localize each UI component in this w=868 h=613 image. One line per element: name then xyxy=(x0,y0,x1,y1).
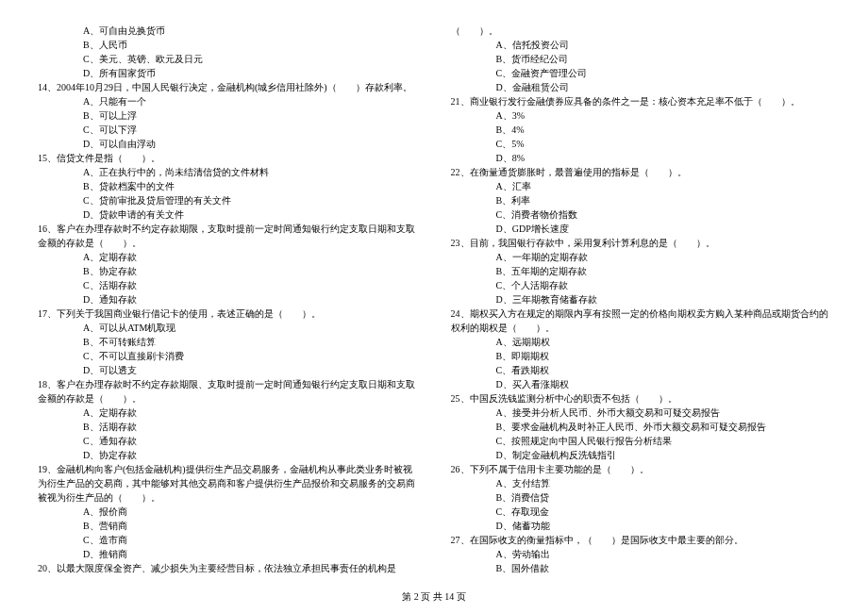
option: D、贷款申请的有关文件 xyxy=(83,207,418,222)
option: C、个人活期存款 xyxy=(496,278,831,292)
q21-options: A、3% B、4% C、5% D、8% xyxy=(451,108,831,165)
option: B、不可转账结算 xyxy=(83,335,418,349)
q13-options: A、可自由兑换货币 B、人民币 C、美元、英镑、欧元及日元 D、所有国家货币 xyxy=(38,24,418,80)
left-column: A、可自由兑换货币 B、人民币 C、美元、英镑、欧元及日元 D、所有国家货币 1… xyxy=(38,24,418,575)
right-column: （ ）。 A、信托投资公司 B、货币经纪公司 C、金融资产管理公司 D、金融租赁… xyxy=(451,24,831,575)
option: D、推销商 xyxy=(83,547,418,561)
option: D、通知存款 xyxy=(83,292,418,306)
option: D、协定存款 xyxy=(83,448,418,462)
option: A、接受并分析人民币、外币大额交易和可疑交易报告 xyxy=(496,406,831,420)
option: B、可以上浮 xyxy=(83,108,418,123)
question-stem: 18、客户在办理存款时不约定存款期限、支取时提前一定时间通知银行约定支取日期和支… xyxy=(38,377,418,406)
q25: 25、中国反洗钱监测分析中心的职责不包括（ ）。 A、接受并分析人民币、外币大额… xyxy=(451,391,831,462)
option: B、五年期的定期存款 xyxy=(496,264,831,278)
option: C、造市商 xyxy=(83,533,418,547)
q20-cont: （ ）。 A、信托投资公司 B、货币经纪公司 C、金融资产管理公司 D、金融租赁… xyxy=(451,24,831,94)
option: C、消费者物价指数 xyxy=(496,207,831,222)
q14-options: A、只能有一个 B、可以上浮 C、可以下浮 D、可以自由浮动 xyxy=(38,94,418,151)
q20-options: A、信托投资公司 B、货币经纪公司 C、金融资产管理公司 D、金融租赁公司 xyxy=(451,38,831,94)
option: D、可以透支 xyxy=(83,363,418,377)
option: C、可以下浮 xyxy=(83,123,418,137)
question-stem-cont: （ ）。 xyxy=(451,24,831,38)
option: A、定期存款 xyxy=(83,406,418,420)
option: A、只能有一个 xyxy=(83,94,418,108)
option: D、买入看涨期权 xyxy=(496,377,831,391)
q23: 23、目前，我国银行存款中，采用复利计算利息的是（ ）。 A、一年期的定期存款 … xyxy=(451,236,831,306)
question-stem: 27、在国际收支的衡量指标中，（ ）是国际收支中最主要的部分。 xyxy=(451,533,831,547)
question-stem: 24、期权买入方在规定的期限内享有按照一定的价格向期权卖方购入某种商品或期货合约… xyxy=(451,306,831,335)
q17-options: A、可以从ATM机取现 B、不可转账结算 C、不可以直接刷卡消费 D、可以透支 xyxy=(38,321,418,377)
q18-options: A、定期存款 B、活期存款 C、通知存款 D、协定存款 xyxy=(38,406,418,462)
option: A、定期存款 xyxy=(83,250,418,264)
q19-options: A、报价商 B、营销商 C、造市商 D、推销商 xyxy=(38,505,418,561)
option: D、所有国家货币 xyxy=(83,66,418,80)
option: A、可以从ATM机取现 xyxy=(83,321,418,335)
question-stem: 22、在衡量通货膨胀时，最普遍使用的指标是（ ）。 xyxy=(451,165,831,179)
question-stem: 25、中国反洗钱监测分析中心的职责不包括（ ）。 xyxy=(451,391,831,406)
option: B、要求金融机构及时补正人民币、外币大额交易和可疑交易报告 xyxy=(496,420,831,434)
option: C、活期存款 xyxy=(83,278,418,292)
option: A、汇率 xyxy=(496,179,831,193)
question-stem: 14、2004年10月29日，中国人民银行决定，金融机构(城乡信用社除外)（ ）… xyxy=(38,80,418,94)
question-stem: 16、客户在办理存款时不约定存款期限，支取时提前一定时间通知银行约定支取日期和支… xyxy=(38,222,418,250)
q27-options: A、劳动输出 B、国外借款 xyxy=(451,547,831,575)
q19: 19、金融机构向客户(包括金融机构)提供衍生产品交易服务，金融机构从事此类业务时… xyxy=(38,462,418,561)
q24: 24、期权买入方在规定的期限内享有按照一定的价格向期权卖方购入某种商品或期货合约… xyxy=(451,306,831,391)
option: B、营销商 xyxy=(83,519,418,533)
option: A、远期期权 xyxy=(496,335,831,349)
option: B、活期存款 xyxy=(83,420,418,434)
question-stem: 21、商业银行发行金融债券应具备的条件之一是：核心资本充足率不低于（ ）。 xyxy=(451,94,831,108)
q21: 21、商业银行发行金融债券应具备的条件之一是：核心资本充足率不低于（ ）。 A、… xyxy=(451,94,831,165)
page-footer: 第 2 页 共 14 页 xyxy=(38,589,830,604)
option: C、5% xyxy=(496,137,831,151)
option: A、劳动输出 xyxy=(496,547,831,561)
option: B、利率 xyxy=(496,193,831,207)
question-stem: 20、以最大限度保全资产、减少损失为主要经营目标，依法独立承担民事责任的机构是 xyxy=(38,561,418,575)
option: A、一年期的定期存款 xyxy=(496,250,831,264)
option: B、协定存款 xyxy=(83,264,418,278)
option: D、储蓄功能 xyxy=(496,519,831,533)
q20: 20、以最大限度保全资产、减少损失为主要经营目标，依法独立承担民事责任的机构是 xyxy=(38,561,418,575)
q22: 22、在衡量通货膨胀时，最普遍使用的指标是（ ）。 A、汇率 B、利率 C、消费… xyxy=(451,165,831,236)
question-stem: 17、下列关于我国商业银行借记卡的使用，表述正确的是（ ）。 xyxy=(38,306,418,321)
two-column-layout: A、可自由兑换货币 B、人民币 C、美元、英镑、欧元及日元 D、所有国家货币 1… xyxy=(38,24,830,575)
option: A、信托投资公司 xyxy=(496,38,831,52)
option: B、货币经纪公司 xyxy=(496,52,831,66)
question-stem: 19、金融机构向客户(包括金融机构)提供衍生产品交易服务，金融机构从事此类业务时… xyxy=(38,462,418,505)
option: C、按照规定向中国人民银行报告分析结果 xyxy=(496,434,831,448)
option: B、即期期权 xyxy=(496,349,831,363)
q26: 26、下列不属于信用卡主要功能的是（ ）。 A、支付结算 B、消费信贷 C、存取… xyxy=(451,462,831,533)
q23-options: A、一年期的定期存款 B、五年期的定期存款 C、个人活期存款 D、三年期教育储蓄… xyxy=(451,250,831,306)
q16: 16、客户在办理存款时不约定存款期限，支取时提前一定时间通知银行约定支取日期和支… xyxy=(38,222,418,306)
option: A、正在执行中的，尚未结清信贷的文件材料 xyxy=(83,165,418,179)
option: A、支付结算 xyxy=(496,476,831,490)
question-stem: 23、目前，我国银行存款中，采用复利计算利息的是（ ）。 xyxy=(451,236,831,250)
q24-options: A、远期期权 B、即期期权 C、看跌期权 D、买入看涨期权 xyxy=(451,335,831,391)
q17: 17、下列关于我国商业银行借记卡的使用，表述正确的是（ ）。 A、可以从ATM机… xyxy=(38,306,418,377)
option: B、4% xyxy=(496,123,831,137)
q22-options: A、汇率 B、利率 C、消费者物价指数 D、GDP增长速度 xyxy=(451,179,831,236)
option: D、制定金融机构反洗钱指引 xyxy=(496,448,831,462)
q16-options: A、定期存款 B、协定存款 C、活期存款 D、通知存款 xyxy=(38,250,418,306)
q14: 14、2004年10月29日，中国人民银行决定，金融机构(城乡信用社除外)（ ）… xyxy=(38,80,418,151)
option: A、3% xyxy=(496,108,831,123)
option: C、不可以直接刷卡消费 xyxy=(83,349,418,363)
option: C、通知存款 xyxy=(83,434,418,448)
q15-options: A、正在执行中的，尚未结清信贷的文件材料 B、贷款档案中的文件 C、贷前审批及贷… xyxy=(38,165,418,222)
option: A、可自由兑换货币 xyxy=(83,24,418,38)
option: D、金融租赁公司 xyxy=(496,80,831,94)
option: C、看跌期权 xyxy=(496,363,831,377)
question-stem: 26、下列不属于信用卡主要功能的是（ ）。 xyxy=(451,462,831,476)
q15: 15、信贷文件是指（ ）。 A、正在执行中的，尚未结清信贷的文件材料 B、贷款档… xyxy=(38,151,418,222)
option: B、贷款档案中的文件 xyxy=(83,179,418,193)
option: B、国外借款 xyxy=(496,561,831,575)
q27: 27、在国际收支的衡量指标中，（ ）是国际收支中最主要的部分。 A、劳动输出 B… xyxy=(451,533,831,575)
question-stem: 15、信贷文件是指（ ）。 xyxy=(38,151,418,165)
option: C、美元、英镑、欧元及日元 xyxy=(83,52,418,66)
q25-options: A、接受并分析人民币、外币大额交易和可疑交易报告 B、要求金融机构及时补正人民币… xyxy=(451,406,831,462)
option: C、存取现金 xyxy=(496,505,831,519)
q18: 18、客户在办理存款时不约定存款期限、支取时提前一定时间通知银行约定支取日期和支… xyxy=(38,377,418,462)
option: D、可以自由浮动 xyxy=(83,137,418,151)
option: D、三年期教育储蓄存款 xyxy=(496,292,831,306)
option: B、消费信贷 xyxy=(496,490,831,505)
